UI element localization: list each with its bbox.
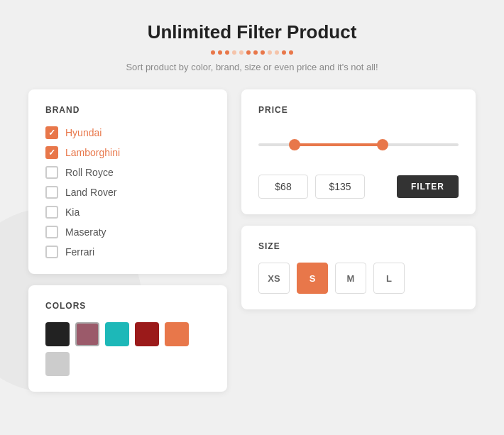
colors-card: COLORS (28, 285, 227, 392)
color-swatch-orange[interactable] (165, 322, 189, 346)
brand-item-hyundai[interactable]: Hyundai (45, 126, 210, 139)
decorative-dot (246, 50, 251, 55)
checkbox-lamborghini[interactable] (45, 146, 58, 159)
color-swatch-mauve[interactable] (75, 322, 99, 346)
page-title: Unlimited Filter Product (28, 21, 476, 43)
size-btn-m[interactable]: M (335, 263, 366, 294)
decorative-dot (282, 50, 286, 55)
decorative-dot (232, 50, 236, 55)
size-btn-xs[interactable]: XS (258, 263, 290, 294)
brand-label-kia: Kia (65, 207, 80, 218)
brand-item-land-rover[interactable]: Land Rover (45, 186, 210, 199)
brand-label-roll-royce: Roll Royce (65, 167, 114, 178)
price-card: PRICE FILTER (241, 89, 476, 214)
color-swatch-lightgray[interactable] (45, 352, 70, 376)
color-swatch-darkred[interactable] (135, 322, 159, 346)
price-min-input[interactable] (258, 175, 308, 199)
checkbox-roll-royce[interactable] (45, 166, 58, 179)
brand-label-hyundai: Hyundai (65, 127, 102, 138)
brand-label-maseraty: Maseraty (65, 226, 106, 238)
decorative-dots (28, 50, 476, 55)
decorative-dot (261, 50, 265, 55)
slider-fill (295, 143, 383, 146)
main-content: BRAND HyundaiLamborghiniRoll RoyceLand R… (28, 89, 476, 392)
filter-button[interactable]: FILTER (397, 175, 459, 198)
size-btn-s[interactable]: S (297, 263, 328, 294)
brand-item-roll-royce[interactable]: Roll Royce (45, 166, 210, 179)
brand-list: HyundaiLamborghiniRoll RoyceLand RoverKi… (45, 126, 210, 258)
right-column: PRICE FILTER SIZE XSSML (241, 89, 476, 392)
checkbox-kia[interactable] (45, 206, 58, 219)
decorative-dot (218, 50, 222, 55)
page-wrapper: Unlimited Filter Product Sort product by… (0, 0, 504, 435)
price-max-input[interactable] (315, 175, 365, 199)
header: Unlimited Filter Product Sort product by… (28, 21, 476, 72)
header-subtitle: Sort product by color, brand, size or ev… (28, 62, 476, 72)
brand-card: BRAND HyundaiLamborghiniRoll RoyceLand R… (28, 89, 227, 274)
checkbox-maseraty[interactable] (45, 226, 58, 238)
color-swatches (45, 322, 210, 376)
checkbox-land-rover[interactable] (45, 186, 58, 199)
price-slider-container (258, 126, 459, 163)
colors-title: COLORS (45, 301, 210, 311)
size-card: SIZE XSSML (241, 226, 476, 309)
brand-item-lamborghini[interactable]: Lamborghini (45, 146, 210, 159)
slider-track (258, 143, 459, 146)
color-swatch-black[interactable] (45, 322, 70, 346)
brand-title: BRAND (45, 105, 210, 115)
decorative-dot (275, 50, 279, 55)
price-title: PRICE (258, 105, 459, 115)
slider-thumb-left[interactable] (289, 139, 300, 150)
size-btn-l[interactable]: L (373, 263, 405, 294)
brand-item-maseraty[interactable]: Maseraty (45, 226, 210, 238)
price-inputs: FILTER (258, 175, 459, 199)
decorative-dot (239, 50, 243, 55)
checkbox-hyundai[interactable] (45, 126, 58, 139)
brand-label-lamborghini: Lamborghini (65, 147, 120, 158)
decorative-dot (268, 50, 272, 55)
checkbox-ferrari[interactable] (45, 246, 58, 258)
slider-thumb-right[interactable] (377, 139, 388, 150)
brand-item-kia[interactable]: Kia (45, 206, 210, 219)
color-swatch-teal[interactable] (105, 322, 129, 346)
size-options: XSSML (258, 263, 459, 294)
size-title: SIZE (258, 241, 459, 251)
brand-item-ferrari[interactable]: Ferrari (45, 246, 210, 258)
brand-label-ferrari: Ferrari (65, 246, 94, 258)
decorative-dot (211, 50, 215, 55)
decorative-dot (225, 50, 229, 55)
left-column: BRAND HyundaiLamborghiniRoll RoyceLand R… (28, 89, 227, 392)
decorative-dot (253, 50, 258, 55)
brand-label-land-rover: Land Rover (65, 187, 116, 198)
decorative-dot (289, 50, 293, 55)
